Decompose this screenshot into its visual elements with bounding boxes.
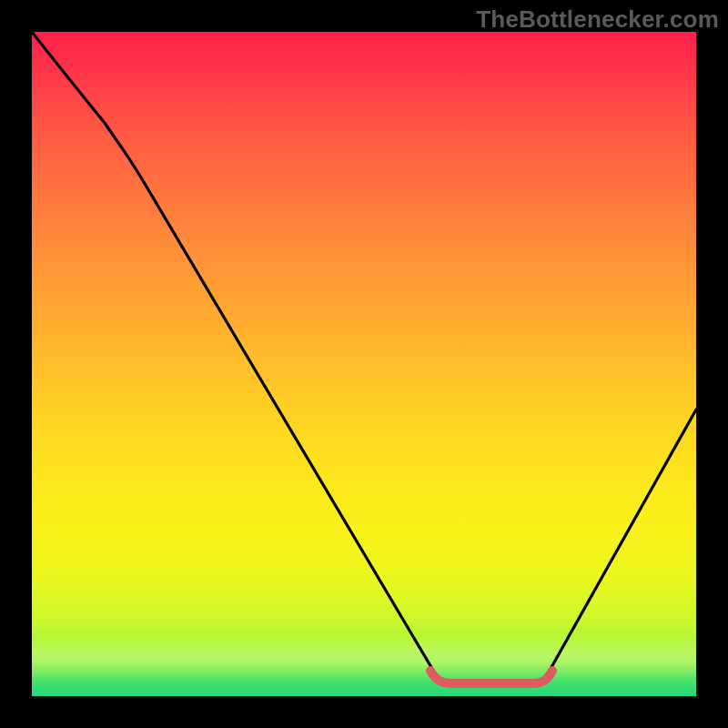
- bottleneck-curve: [32, 32, 696, 696]
- trough-marker: [430, 671, 552, 683]
- curve-path: [32, 32, 696, 682]
- chart-container: TheBottlenecker.com: [0, 0, 728, 728]
- watermark: TheBottlenecker.com: [476, 5, 719, 34]
- plot-area: [32, 32, 696, 696]
